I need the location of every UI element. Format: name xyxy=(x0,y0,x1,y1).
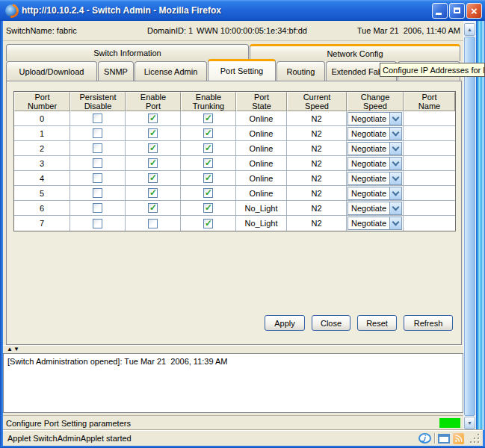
port-table: PortNumberPersistentDisableEnablePortEna… xyxy=(13,91,456,231)
enable-port-checkbox[interactable] xyxy=(148,158,158,168)
persistent-disable-checkbox xyxy=(70,171,126,186)
chevron-down-icon[interactable] xyxy=(389,217,401,229)
scrollbar-thumb[interactable] xyxy=(464,37,475,416)
chevron-down-icon[interactable] xyxy=(389,143,401,155)
persistent-disable-checkbox xyxy=(70,126,126,141)
current-speed-cell: N2 xyxy=(287,216,347,231)
change-speed-select: Negotiate xyxy=(347,141,404,156)
persistent-disable-checkbox[interactable] xyxy=(93,128,102,138)
persistent-disable-checkbox[interactable] xyxy=(93,173,102,183)
rss-feed-icon[interactable] xyxy=(453,433,464,444)
apply-button[interactable]: Apply xyxy=(265,315,305,331)
change-speed-select[interactable]: Negotiate xyxy=(347,202,402,215)
enable-port-checkbox[interactable] xyxy=(148,143,158,153)
enable-trunking-checkbox[interactable] xyxy=(203,219,213,228)
chevron-down-icon[interactable] xyxy=(389,187,401,199)
change-speed-value: Negotiate xyxy=(348,114,389,123)
close-button[interactable]: × xyxy=(466,3,482,19)
persistent-disable-checkbox[interactable] xyxy=(93,113,102,123)
minimize-button[interactable] xyxy=(432,3,448,19)
collapse-up-icon[interactable]: ▲ xyxy=(7,346,13,352)
port-name-cell[interactable] xyxy=(404,186,455,201)
persistent-disable-checkbox[interactable] xyxy=(93,158,102,168)
scroll-up-icon[interactable]: ▲ xyxy=(464,23,475,36)
switch-name-label: SwitchName: fabric xyxy=(6,26,77,35)
wwn-label: WWN 10:00:00:05:1e:34:bf:dd xyxy=(197,26,307,35)
tab-network-config[interactable]: Network Config xyxy=(250,44,460,61)
tab-license-admin[interactable]: License Admin xyxy=(135,61,207,81)
port-name-cell[interactable] xyxy=(404,141,455,156)
tab-port-setting[interactable]: Port Setting xyxy=(208,59,276,81)
tab-routing[interactable]: Routing xyxy=(277,61,325,81)
log-splitter[interactable]: ▲ ▼ xyxy=(3,345,463,353)
persistent-disable-checkbox[interactable] xyxy=(93,203,102,213)
chevron-down-icon[interactable] xyxy=(389,128,401,140)
column-header-port-name: PortName xyxy=(404,92,455,111)
enable-port-checkbox[interactable] xyxy=(148,173,158,183)
browser-status-bar: Applet SwitchAdminApplet started i xyxy=(3,430,483,446)
persistent-disable-checkbox xyxy=(70,141,126,156)
enable-port-checkbox[interactable] xyxy=(148,219,158,228)
action-button-bar: ApplyCloseResetRefresh xyxy=(265,315,453,331)
collapse-down-icon[interactable]: ▼ xyxy=(13,346,19,352)
port-number-cell: 6 xyxy=(14,201,70,216)
column-header-change-speed: ChangeSpeed xyxy=(347,92,404,111)
enable-port-checkbox xyxy=(126,186,181,201)
port-state-cell: Online xyxy=(236,171,287,186)
enable-port-checkbox[interactable] xyxy=(148,113,158,123)
vertical-scrollbar[interactable]: ▲ ▼ xyxy=(463,21,476,430)
change-speed-select[interactable]: Negotiate xyxy=(347,157,402,170)
info-bubble-icon[interactable]: i xyxy=(418,433,431,444)
scroll-down-icon[interactable]: ▼ xyxy=(464,417,475,429)
change-speed-select[interactable]: Negotiate xyxy=(347,112,402,125)
refresh-button[interactable]: Refresh xyxy=(404,315,453,331)
change-speed-select[interactable]: Negotiate xyxy=(347,142,402,155)
maximize-button[interactable] xyxy=(449,3,465,19)
enable-trunking-checkbox[interactable] xyxy=(203,203,213,213)
chevron-down-icon[interactable] xyxy=(389,113,401,125)
port-name-cell[interactable] xyxy=(404,156,455,171)
titlebar[interactable]: http://10.10.2.4 - Switch Admin - Mozill… xyxy=(0,0,485,21)
resize-grip[interactable] xyxy=(470,433,481,444)
persistent-disable-checkbox[interactable] xyxy=(93,219,102,228)
close-button[interactable]: Close xyxy=(312,315,350,331)
persistent-disable-checkbox[interactable] xyxy=(93,188,102,198)
chevron-down-icon[interactable] xyxy=(389,158,401,169)
reset-button[interactable]: Reset xyxy=(357,315,397,331)
minimize-icon xyxy=(436,13,442,15)
chevron-down-icon[interactable] xyxy=(389,172,401,184)
enable-trunking-checkbox[interactable] xyxy=(203,188,213,198)
change-speed-select[interactable]: Negotiate xyxy=(347,187,402,200)
change-speed-select[interactable]: Negotiate xyxy=(347,172,402,185)
port-name-cell[interactable] xyxy=(404,216,455,231)
tab-snmp[interactable]: SNMP xyxy=(98,61,134,81)
change-speed-value: Negotiate xyxy=(348,174,389,183)
column-header-current-speed: CurrentSpeed xyxy=(287,92,347,111)
enable-trunking-checkbox[interactable] xyxy=(203,158,213,168)
enable-trunking-checkbox[interactable] xyxy=(203,143,213,153)
status-bar-icons: i xyxy=(418,431,483,446)
change-speed-select[interactable]: Negotiate xyxy=(347,127,402,140)
enable-port-checkbox[interactable] xyxy=(148,203,158,213)
port-name-cell[interactable] xyxy=(404,126,455,141)
enable-port-checkbox[interactable] xyxy=(148,128,158,138)
current-speed-cell: N2 xyxy=(287,111,347,126)
port-number-cell: 7 xyxy=(14,216,70,231)
tab-upload-download[interactable]: Upload/Download xyxy=(6,61,97,81)
port-name-cell[interactable] xyxy=(404,171,455,186)
enable-trunking-checkbox[interactable] xyxy=(203,128,213,138)
port-state-cell: Online xyxy=(236,141,287,156)
persistent-disable-checkbox[interactable] xyxy=(93,143,102,153)
change-speed-value: Negotiate xyxy=(348,204,389,213)
enable-trunking-checkbox[interactable] xyxy=(203,113,213,123)
chevron-down-icon[interactable] xyxy=(389,202,401,214)
port-name-cell[interactable] xyxy=(404,201,455,216)
column-header-enable-port: EnablePort xyxy=(126,92,181,111)
enable-port-checkbox[interactable] xyxy=(148,188,158,198)
port-name-cell[interactable] xyxy=(404,111,455,126)
port-row-4: 4OnlineN2Negotiate xyxy=(14,171,455,186)
popup-blocker-icon[interactable] xyxy=(438,434,450,444)
enable-trunking-checkbox[interactable] xyxy=(203,173,213,183)
port-row-3: 3OnlineN2Negotiate xyxy=(14,156,455,171)
change-speed-select[interactable]: Negotiate xyxy=(347,217,402,230)
